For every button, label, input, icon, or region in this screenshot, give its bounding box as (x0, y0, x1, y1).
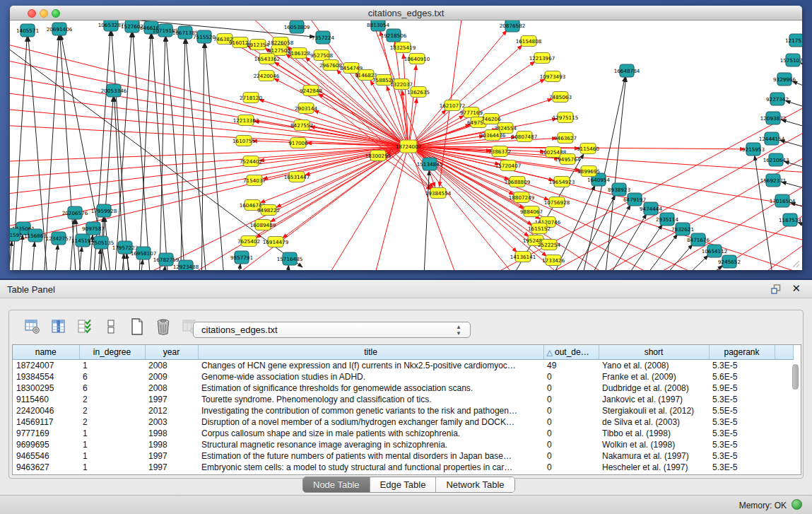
table-cell[interactable]: 2008 (145, 382, 198, 394)
citation-edge-black[interactable] (30, 242, 35, 270)
graph-node[interactable]: 20206576 (62, 206, 88, 219)
graph-node[interactable]: 19495764 (555, 154, 581, 165)
graph-node[interactable]: 15720407 (495, 160, 522, 171)
graph-node[interactable]: 7386372 (488, 146, 511, 157)
graph-node[interactable]: 15692371 (760, 174, 787, 187)
table-cell[interactable]: Jankovic et al. (1997) (599, 394, 709, 405)
table-cell[interactable]: 5.3E-5 (709, 439, 775, 450)
graph-node[interactable]: 16531447 (284, 172, 310, 182)
citation-edge-black[interactable] (112, 31, 131, 270)
network-table-dropdown[interactable]: citations_edges.txt▲▼ (193, 322, 471, 338)
table-cell[interactable]: 2003 (145, 416, 198, 428)
select-column-icon[interactable] (49, 317, 68, 336)
graph-node[interactable]: 8471676 (687, 233, 710, 246)
table-cell[interactable]: 0 (543, 405, 599, 416)
graph-node[interactable]: 16053809 (284, 21, 310, 33)
graph-node[interactable]: 6479197 (623, 193, 646, 206)
table-cell[interactable]: 9463627 (13, 462, 79, 473)
graph-node[interactable]: 2522254 (538, 240, 560, 250)
table-cell[interactable]: 5.3E-5 (709, 428, 775, 439)
graph-node[interactable]: 1610755 (233, 136, 255, 146)
table-cell[interactable]: 5.5E-5 (709, 405, 775, 416)
table-cell[interactable]: de Silva et al. (2003) (599, 416, 709, 428)
citation-edge-black[interactable] (558, 195, 616, 270)
citation-edge-red[interactable] (259, 100, 401, 145)
table-cell[interactable]: 1997 (145, 462, 198, 473)
vertical-scrollbar[interactable] (792, 362, 799, 474)
citation-edge-black[interactable] (606, 224, 662, 270)
table-cell[interactable]: 22420046 (13, 405, 79, 416)
table-cell[interactable]: Franke et al. (2009) (599, 371, 709, 382)
table-cell[interactable]: 18300295 (13, 382, 79, 394)
table-cell[interactable]: 5.3E-5 (709, 394, 775, 405)
table-settings-icon[interactable] (23, 317, 42, 336)
table-cell[interactable]: Disruption of a novel member of a sodium… (198, 416, 543, 428)
citation-edge-black[interactable] (784, 161, 802, 172)
graph-node[interactable]: 9215953 (742, 143, 765, 156)
table-cell[interactable]: Wolkin et al. (1998) (599, 439, 709, 450)
graph-node[interactable]: 12213967 (529, 53, 555, 64)
graph-node[interactable]: 9857791 (230, 251, 253, 264)
window-titlebar[interactable]: citations_edges.txt (10, 6, 802, 21)
graph-node[interactable]: 16543362 (254, 54, 281, 64)
graph-node[interactable]: 16648784 (614, 64, 640, 77)
graph-node[interactable]: 12093872 (760, 112, 787, 124)
citation-edge-red[interactable] (409, 65, 416, 141)
graph-node[interactable]: 1615152 (528, 223, 551, 234)
column-header-short[interactable]: short (599, 345, 709, 360)
float-panel-icon[interactable] (771, 284, 781, 294)
citation-edge-black[interactable] (669, 265, 722, 270)
citation-edge-black[interactable] (284, 265, 289, 270)
table-cell[interactable]: Genome-wide association studies in ADHD. (198, 371, 543, 382)
table-row[interactable]: 946362711997Embryonic stem cells: a mode… (13, 462, 793, 473)
graph-node[interactable]: 15751074 (780, 54, 802, 66)
table-cell[interactable]: 0 (543, 439, 599, 450)
table-cell[interactable]: Structural magnetic resonance image aver… (198, 439, 543, 450)
citation-edge-red[interactable] (415, 62, 535, 144)
table-cell[interactable]: 1 (79, 439, 145, 450)
graph-node[interactable]: 917006 (288, 138, 308, 148)
table-cell[interactable]: Tourette syndrome. Phenomenology and cla… (198, 394, 543, 405)
graph-node[interactable]: 7832621 (671, 223, 694, 235)
table-row[interactable]: 1830029562008Estimation of significance … (13, 382, 793, 394)
graph-node[interactable]: 17016504 (770, 194, 796, 207)
graph-node[interactable]: 746206 (481, 114, 501, 124)
network-canvas[interactable]: 1405571206914061065328715276026466161107… (10, 21, 802, 270)
graph-node[interactable]: 20364436 (480, 130, 506, 141)
graph-node[interactable]: 12975115 (553, 112, 579, 123)
table-cell[interactable]: 49 (543, 360, 599, 372)
graph-node[interactable]: 1362635 (407, 87, 430, 98)
graph-node[interactable]: 2967608 (319, 60, 342, 71)
citation-edge-black[interactable] (10, 241, 12, 270)
graph-node[interactable]: 18325419 (390, 42, 416, 53)
citation-edge-black[interactable] (780, 140, 802, 151)
citation-edge-black[interactable] (782, 119, 802, 131)
graph-node[interactable]: 1405571 (16, 24, 39, 37)
table-cell[interactable]: 5.6E-5 (709, 371, 775, 382)
memory-ok-indicator[interactable] (792, 499, 802, 510)
graph-node[interactable]: 2903144 (295, 103, 317, 114)
citation-edge-red[interactable] (416, 149, 707, 270)
table-cell[interactable]: 5.3E-5 (709, 360, 775, 372)
table-cell[interactable]: 14569117 (13, 416, 79, 428)
table-row[interactable]: 969969511998Structural magnetic resonanc… (13, 439, 793, 450)
table-cell[interactable]: 2 (79, 394, 145, 405)
table-cell[interactable]: 6 (79, 382, 145, 394)
graph-node[interactable]: 17959928 (91, 204, 117, 217)
table-cell[interactable]: Nakamura et al. (1997) (599, 450, 709, 462)
graph-node[interactable]: 14136141 (510, 252, 536, 262)
table-cell[interactable]: 1997 (145, 450, 198, 462)
table-cell[interactable]: Hescheler et al. (1997) (599, 462, 709, 473)
graph-node[interactable]: 19218506 (381, 29, 407, 42)
graph-node[interactable]: 15716485 (277, 252, 303, 265)
graph-node[interactable]: 16154808 (516, 36, 542, 47)
new-table-icon[interactable] (128, 317, 146, 336)
citation-edge-red[interactable] (413, 30, 507, 142)
graph-node[interactable]: 9115460 (577, 144, 599, 154)
table-cell[interactable]: Stergiakouli et al. (2012) (599, 405, 709, 416)
tab-edge-table[interactable]: Edge Table (370, 477, 437, 492)
graph-node[interactable]: 8813054 (367, 21, 389, 31)
citation-edge-black[interactable] (755, 156, 777, 270)
table-row[interactable]: 911546021997Tourette syndrome. Phenomeno… (13, 394, 793, 405)
table-cell[interactable]: 0 (543, 462, 599, 473)
